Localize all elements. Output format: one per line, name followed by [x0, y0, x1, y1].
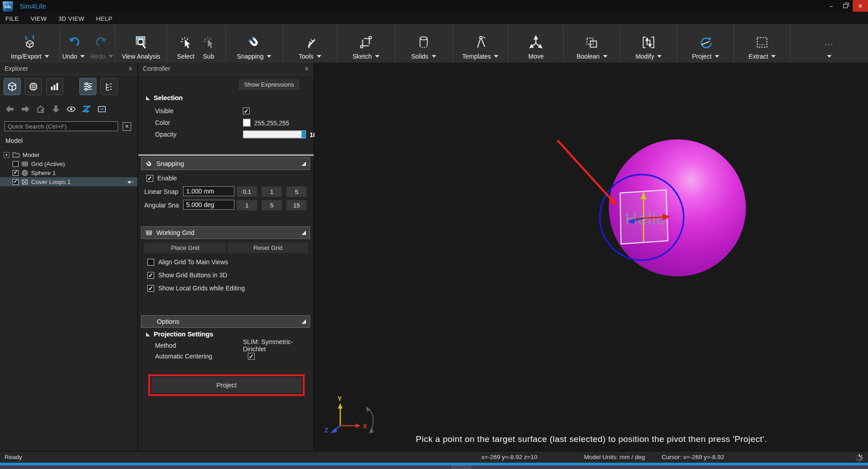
toolbar-solids[interactable]: Solids — [411, 33, 436, 60]
collapse-triangle-icon — [302, 319, 306, 324]
align-grid-checkbox[interactable] — [147, 259, 154, 266]
chevron-down-icon[interactable] — [715, 55, 719, 58]
controller-header: Controller ✕ — [138, 63, 314, 75]
tab-analysis[interactable] — [46, 78, 63, 95]
toolbar-sub-select[interactable]: Sub — [202, 33, 215, 60]
status-coordinates: x=-269 y=-8.92 z=10 — [481, 454, 537, 460]
eye-icon[interactable] — [66, 104, 77, 115]
projection-settings-header[interactable]: Projection Settings — [146, 331, 213, 338]
toolbar-view-analysis[interactable]: View Analysis — [122, 33, 160, 60]
automatic-centering-checkbox[interactable] — [248, 353, 255, 360]
viewport-3d[interactable]: Hello Y X Z — [315, 63, 868, 451]
menu-3d-view[interactable]: 3D VIEW — [58, 15, 84, 22]
angular-snap-input[interactable] — [183, 200, 234, 210]
menu-bar: FILE VIEW 3D VIEW HELP — [0, 13, 868, 24]
chevron-down-icon[interactable] — [657, 55, 662, 58]
toolbar-project[interactable]: Project — [692, 33, 719, 60]
tree-item-grid[interactable]: Grid (Active) — [0, 159, 137, 168]
color-swatch[interactable] — [243, 119, 251, 127]
quick-search-input[interactable] — [5, 121, 118, 131]
chevron-down-icon[interactable] — [267, 55, 271, 58]
toolbar-overflow[interactable]: ... — [825, 33, 833, 60]
slider-handle[interactable] — [302, 131, 306, 138]
explorer-close-icon[interactable]: ✕ — [128, 65, 133, 72]
chevron-down-icon[interactable] — [45, 55, 49, 58]
toolbar-undo[interactable]: Undo — [62, 33, 85, 60]
z-tool-icon[interactable] — [81, 104, 92, 115]
method-row: Method SLIM: Symmetric-Dirichlet — [155, 341, 309, 350]
tree-item-cover-loops[interactable]: Cover Loops 1 ◄─ — [0, 177, 137, 186]
back-arrow-icon[interactable] — [5, 104, 15, 115]
angular-preset-15[interactable]: 15 — [286, 200, 307, 211]
expand-toggle-icon[interactable] — [4, 152, 9, 158]
sketch-icon — [358, 33, 374, 51]
chevron-down-icon[interactable] — [771, 55, 776, 58]
explorer-header: Explorer ✕ — [0, 63, 137, 75]
tree-item-sphere[interactable]: Sphere 1 — [0, 168, 137, 177]
chevron-down-icon[interactable] — [80, 55, 85, 58]
show-expressions-button[interactable]: Show Expressions — [239, 79, 299, 90]
tab-tree-view[interactable] — [101, 78, 118, 95]
place-grid-button[interactable]: Place Grid — [144, 242, 226, 253]
close-button[interactable]: ✕ — [853, 0, 868, 12]
color-value: 255,255,255 — [254, 119, 289, 126]
chevron-down-icon[interactable] — [317, 55, 321, 58]
toolbar-snapping[interactable]: Snapping — [237, 33, 271, 60]
method-value[interactable]: SLIM: Symmetric-Dirichlet — [243, 338, 309, 353]
linear-preset-1[interactable]: 1 — [261, 186, 282, 197]
home-icon[interactable] — [35, 104, 46, 115]
linear-preset-5[interactable]: 5 — [286, 186, 307, 197]
collapse-all-icon[interactable] — [96, 104, 107, 115]
chevron-down-icon[interactable] — [432, 55, 436, 58]
angular-preset-1[interactable]: 1 — [237, 200, 257, 211]
options-section-bar[interactable]: Options — [141, 315, 310, 328]
search-clear-icon[interactable]: ✕ — [123, 122, 131, 131]
restore-button[interactable] — [838, 0, 853, 12]
chevron-down-icon[interactable] — [603, 55, 608, 58]
linear-preset-0.1[interactable]: 0.1 — [237, 186, 257, 197]
visibility-checkbox[interactable] — [13, 170, 18, 176]
toolbar-extract[interactable]: Extract — [749, 33, 776, 60]
visible-checkbox[interactable] — [243, 108, 250, 115]
busy-spinner-icon — [855, 454, 863, 464]
toolbar-boolean[interactable]: Boolean — [576, 33, 607, 60]
toolbar-select[interactable]: Select — [177, 33, 195, 60]
down-arrow-icon[interactable] — [50, 104, 61, 115]
toolbar-templates[interactable]: Templates — [462, 33, 499, 60]
show-local-grids-checkbox[interactable] — [147, 285, 154, 292]
panel-splitter[interactable] — [138, 154, 314, 156]
show-grid-buttons-checkbox[interactable] — [147, 272, 154, 279]
viewport-hint-text: Pick a point on the target surface (last… — [315, 434, 868, 444]
menu-file[interactable]: FILE — [5, 15, 19, 22]
enable-checkbox[interactable] — [146, 175, 153, 182]
tree-item-model[interactable]: Model — [0, 150, 137, 159]
forward-arrow-icon[interactable] — [20, 104, 31, 115]
angular-preset-5[interactable]: 5 — [261, 200, 282, 211]
toolbar-imp-export[interactable]: Imp/Export — [11, 33, 49, 60]
menu-help[interactable]: HELP — [96, 15, 112, 22]
menu-view[interactable]: VIEW — [31, 15, 47, 22]
chevron-down-icon[interactable] — [375, 55, 379, 58]
chevron-down-icon[interactable] — [494, 55, 498, 58]
reset-grid-button[interactable]: Reset Grid — [228, 242, 308, 253]
toolbar-move[interactable]: Move — [528, 33, 544, 60]
opacity-slider[interactable] — [243, 131, 306, 138]
tab-simulation[interactable] — [25, 78, 42, 95]
linear-snap-input[interactable] — [183, 186, 234, 196]
working-grid-section-bar[interactable]: Working Grid — [141, 226, 310, 239]
selection-section-header[interactable]: Selection — [146, 94, 183, 101]
tab-modeling[interactable] — [4, 78, 21, 95]
grid-icon — [21, 161, 28, 167]
project-button[interactable]: Project — [151, 377, 302, 393]
controller-close-icon[interactable]: ✕ — [304, 65, 309, 72]
toolbar-modify[interactable]: Modify — [635, 33, 662, 60]
tab-properties[interactable] — [79, 78, 96, 95]
snapping-section-bar[interactable]: Snapping — [141, 157, 310, 170]
visibility-checkbox[interactable] — [13, 161, 18, 167]
toolbar-sketch[interactable]: Sketch — [352, 33, 379, 60]
visibility-checkbox[interactable] — [13, 179, 18, 185]
chevron-down-icon[interactable] — [827, 55, 831, 58]
minimize-button[interactable]: – — [824, 0, 838, 12]
axis-triad: Y X Z — [324, 395, 367, 434]
toolbar-tools[interactable]: Tools — [299, 33, 321, 60]
